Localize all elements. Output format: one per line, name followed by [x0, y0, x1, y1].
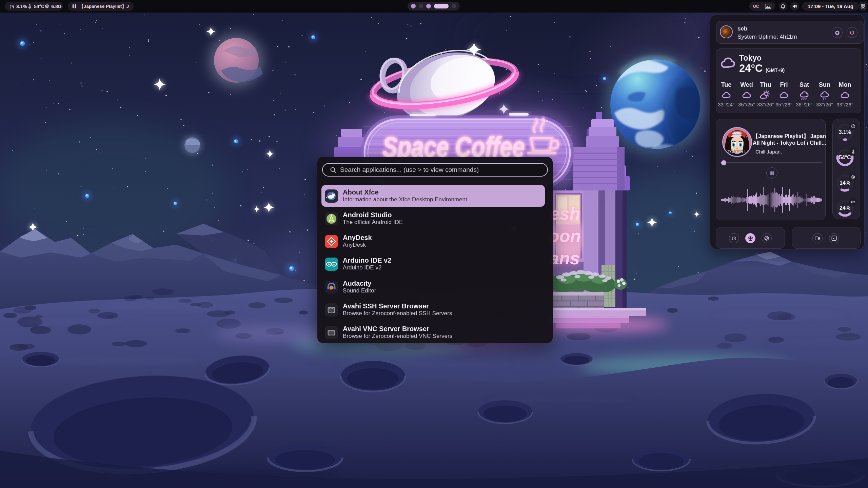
svg-text:esh: esh: [550, 204, 580, 223]
svg-text:oon: oon: [549, 226, 581, 246]
svg-text:ans: ans: [549, 248, 580, 268]
svg-text:3 TOKYO LO: 3 TOKYO LO: [724, 149, 751, 154]
